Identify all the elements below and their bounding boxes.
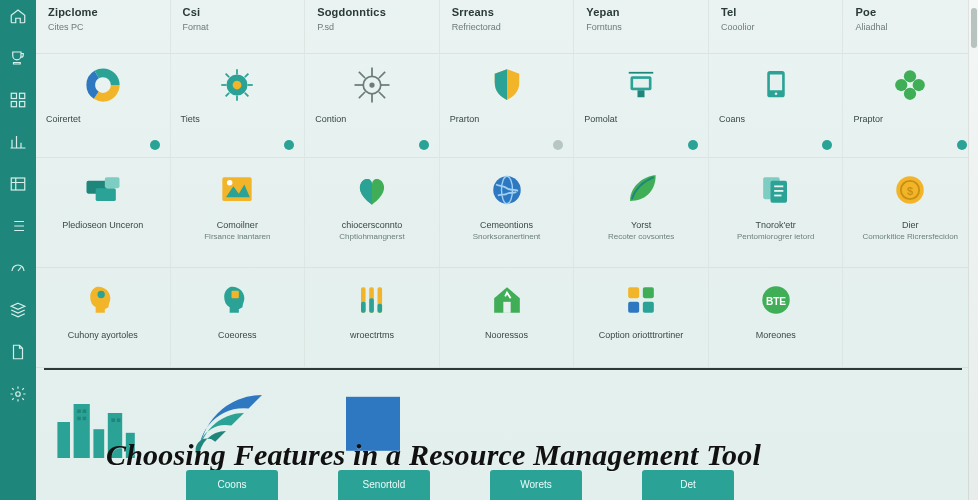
action-pill[interactable]: Det: [642, 470, 734, 500]
column-subtitle: P.sd: [317, 22, 429, 32]
shield-split-icon: [486, 64, 528, 106]
feature-label: wroectrtms: [311, 330, 433, 340]
feature-cell[interactable]: Comoilner Flrsance inantaren: [171, 158, 306, 267]
svg-point-38: [913, 79, 925, 91]
svg-rect-81: [117, 418, 121, 422]
feature-sublabel: Recoter covsontes: [580, 232, 702, 241]
feature-label: Contion: [311, 114, 433, 124]
feature-label: Praptor: [849, 114, 971, 124]
svg-rect-80: [111, 418, 115, 422]
list-icon[interactable]: [8, 216, 28, 236]
feature-cell[interactable]: Pledioseon Unceron: [36, 158, 171, 267]
feature-sublabel: Comorkitice Ricrersfecidon: [849, 232, 971, 241]
column-header[interactable]: CsiFornat: [171, 0, 306, 53]
column-subtitle: Forntuns: [586, 22, 698, 32]
column-header[interactable]: YepanForntuns: [574, 0, 709, 53]
feature-cell[interactable]: Coption oriotttrortiner: [574, 268, 709, 367]
feature-cell[interactable]: Cemeontions Snorksoranertinent: [440, 158, 575, 267]
svg-rect-0: [11, 93, 16, 98]
feature-sublabel: Pentomiorogrer ietord: [715, 232, 837, 241]
column-header[interactable]: PoeAliadhal: [843, 0, 978, 53]
svg-rect-68: [643, 302, 654, 313]
column-header[interactable]: SogdonnticsP.sd: [305, 0, 440, 53]
feature-cell[interactable]: wroectrtms: [305, 268, 440, 367]
svg-rect-79: [83, 416, 87, 420]
svg-rect-34: [770, 75, 782, 91]
svg-rect-73: [93, 429, 104, 458]
svg-line-16: [245, 93, 249, 97]
feature-sublabel: Flrsance inantaren: [177, 232, 299, 241]
column-header[interactable]: TelCooolior: [709, 0, 844, 53]
svg-rect-77: [83, 409, 87, 413]
donut-tricolor-icon: [82, 64, 124, 106]
document-icon[interactable]: [8, 342, 28, 362]
gear-icon[interactable]: [8, 384, 28, 404]
feature-cell[interactable]: Cuhony ayortoles: [36, 268, 171, 367]
feature-label: Pomolat: [580, 114, 702, 124]
action-pill[interactable]: Coons: [186, 470, 278, 500]
svg-rect-66: [643, 287, 654, 298]
svg-rect-42: [105, 177, 120, 188]
feature-cell[interactable]: Prarton: [440, 54, 575, 157]
action-pill[interactable]: Senortold: [338, 470, 430, 500]
feature-row: Coirertet Tiets Contion Prarton Pomolat: [36, 54, 978, 158]
stack-icon[interactable]: [8, 300, 28, 320]
feature-cell[interactable]: Praptor: [843, 54, 978, 157]
bottom-section: Choosing Features in a Resource Manageme…: [36, 370, 978, 500]
column-subtitle: Aliadhal: [855, 22, 967, 32]
feature-cell[interactable]: Coeoress: [171, 268, 306, 367]
leaf-green-icon: [619, 168, 663, 212]
column-title: Poe: [855, 6, 967, 18]
head-teal-icon: [215, 278, 259, 322]
column-header[interactable]: SrreansRefriectorad: [440, 0, 575, 53]
chart-icon[interactable]: [8, 132, 28, 152]
cup-icon[interactable]: [8, 48, 28, 68]
feature-sublabel: Chptiohmangnerst: [311, 232, 433, 241]
svg-rect-31: [638, 90, 645, 97]
status-chip: [688, 140, 698, 150]
feature-label: Dier: [849, 220, 971, 230]
scrollbar-thumb[interactable]: [971, 8, 977, 48]
feature-cell[interactable]: Pomolat: [574, 54, 709, 157]
status-chip: [419, 140, 429, 150]
feature-cell[interactable]: chiocersconnto Chptiohmangnerst: [305, 158, 440, 267]
left-nav-rail: [0, 0, 36, 500]
svg-point-39: [904, 88, 916, 100]
feature-cell[interactable]: Yorst Recoter covsontes: [574, 158, 709, 267]
status-chip: [150, 140, 160, 150]
coin-yellow-icon: $: [888, 168, 932, 212]
column-title: Tel: [721, 6, 833, 18]
page-title: Choosing Features in a Resource Manageme…: [106, 438, 978, 472]
svg-rect-1: [20, 93, 25, 98]
gauge-icon[interactable]: [8, 258, 28, 278]
table-icon[interactable]: [8, 174, 28, 194]
svg-rect-3: [20, 102, 25, 107]
feature-cell[interactable]: Contion: [305, 54, 440, 157]
feature-cell[interactable]: BTE Moreones: [709, 268, 844, 367]
feature-cell[interactable]: Tiets: [171, 54, 306, 157]
feature-label: Yorst: [580, 220, 702, 230]
svg-point-37: [895, 79, 907, 91]
svg-line-26: [379, 72, 385, 78]
svg-point-45: [227, 180, 233, 186]
svg-line-24: [359, 72, 365, 78]
status-chip: [284, 140, 294, 150]
feature-cell[interactable]: Nooressos: [440, 268, 575, 367]
feature-label: Coirertet: [42, 114, 164, 124]
feature-cell[interactable]: Coans: [709, 54, 844, 157]
grid-icon[interactable]: [8, 90, 28, 110]
svg-rect-41: [95, 188, 115, 201]
column-header[interactable]: ZipclomeCites PC: [36, 0, 171, 53]
tubes-yellow-icon: [350, 278, 394, 322]
action-pill[interactable]: Worets: [490, 470, 582, 500]
feature-cell[interactable]: Tnorok'etr Pentomiorogrer ietord: [709, 158, 844, 267]
feature-cell[interactable]: Coirertet: [36, 54, 171, 157]
scrollbar[interactable]: [968, 0, 978, 500]
column-title: Csi: [183, 6, 295, 18]
column-title: Yepan: [586, 6, 698, 18]
home-icon[interactable]: [8, 6, 28, 26]
apps-multi-icon: [619, 278, 663, 322]
column-title: Sogdonntics: [317, 6, 429, 18]
svg-rect-65: [628, 287, 639, 298]
feature-cell[interactable]: $ Dier Comorkitice Ricrersfecidon: [843, 158, 978, 267]
